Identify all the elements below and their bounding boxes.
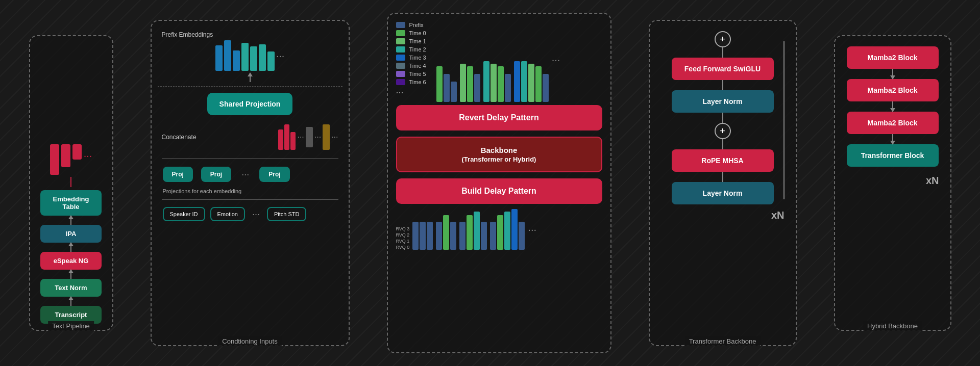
arrow-embedding-ipa	[70, 216, 71, 225]
bypass-line-right	[783, 41, 785, 199]
vbar-g1-2	[444, 74, 450, 102]
legend-time1: Time 1	[396, 38, 426, 44]
prefix-bars: ···	[215, 40, 285, 71]
concat-dots3: ···	[331, 133, 338, 142]
bargroup-top-3	[483, 61, 511, 102]
bargroup-bot-4	[490, 209, 525, 250]
arch-top: Prefix Time 0 Time 1 Time 2 Time 3 Time …	[392, 18, 606, 102]
bargroup-top-2	[460, 64, 480, 102]
vbar-b2-3	[450, 222, 456, 250]
legend-label-time2: Time 2	[409, 46, 426, 53]
proj-box-1: Proj	[163, 167, 193, 182]
proj-box-3: Proj	[259, 167, 289, 182]
legend-color-time4	[396, 63, 405, 69]
vbar-b4-2	[497, 215, 503, 250]
pbar2	[224, 40, 231, 71]
pbar5	[250, 46, 257, 71]
shared-proj-container: Shared Projection	[158, 93, 342, 115]
legend-color-time1	[396, 38, 405, 44]
pbar-dots: ···	[276, 50, 285, 62]
vbar-b4-4	[511, 209, 518, 250]
prefix-embeddings-label: Prefix Embeddings	[162, 31, 213, 38]
vbar-g2-1	[460, 64, 466, 102]
tf-line-3	[722, 113, 723, 123]
legend-label-time1: Time 1	[409, 38, 426, 44]
divider1	[162, 158, 338, 159]
transformer-backbone-panel: + Feed Forward SwiGLU Layer Norm + RoPE …	[649, 20, 797, 346]
legend-label-time3: Time 3	[409, 55, 426, 61]
ipa-box: IPA	[40, 225, 102, 243]
vbar-b3-2	[467, 215, 473, 250]
divider2	[162, 199, 338, 200]
vbar-g4-4	[535, 66, 542, 102]
backbone-box: Backbone(Transformer or Hybrid)	[396, 137, 602, 172]
vbar-g4-5	[543, 74, 549, 102]
red-bar-3	[72, 144, 82, 160]
conditioning-label: Condtioning Inputs	[218, 336, 281, 346]
bargroup-bot-1	[412, 222, 433, 250]
input-row: Speaker ID Emotion ··· Pitch STD	[158, 205, 342, 223]
revert-delay-box: Revert Delay Pattern	[396, 105, 602, 130]
vbar-g2-3	[474, 74, 480, 102]
legend-time6: Time 6	[396, 79, 426, 85]
emotion-input: Emotion	[210, 207, 245, 221]
legend-color-time6	[396, 79, 405, 85]
grey-bar	[306, 127, 313, 147]
tf-line-2	[722, 80, 723, 90]
textnorm-box: Text Norm	[40, 279, 102, 297]
vbar-g3-4	[505, 74, 511, 102]
concat-label: Concatenate	[162, 134, 197, 141]
pitch-std-input: Pitch STD	[267, 207, 307, 221]
vbar-b3-1	[459, 222, 465, 250]
legend-time3: Time 3	[396, 55, 426, 61]
rvq1-label: RVQ 1	[396, 239, 410, 244]
build-delay-box: Build Delay Pattern	[396, 178, 602, 204]
conditioning-panel: Prefix Embeddings ··· Shared Projection …	[151, 20, 350, 346]
mamba-block-2: Mamba2 Block	[847, 79, 939, 101]
vbar-g4-2	[521, 61, 527, 102]
mamba-block-3: Mamba2 Block	[847, 46, 939, 69]
legend-label-time4: Time 4	[409, 63, 426, 69]
legend-time5: Time 5	[396, 71, 426, 77]
hb-arrow-2	[892, 101, 893, 112]
arch-panel: Prefix Time 0 Time 1 Time 2 Time 3 Time …	[387, 13, 611, 353]
proj-dots: ···	[241, 169, 249, 180]
vbar-g1-1	[436, 66, 443, 102]
tf-line-4	[722, 139, 723, 149]
vbar-b4-5	[519, 222, 525, 250]
vbar-g4-3	[528, 64, 534, 102]
plus-top: +	[715, 31, 731, 47]
tf-line-5	[722, 172, 723, 182]
legend-dots: ···	[396, 87, 426, 98]
pbar4	[241, 43, 249, 71]
legend-label-prefix: Prefix	[409, 22, 424, 28]
proj-label: Projections for each embedding	[158, 188, 342, 194]
vbar-b3-4	[481, 222, 487, 250]
vbar-g3-1	[483, 61, 489, 102]
bargroup-bot-dots: ···	[528, 224, 536, 236]
layer-norm-2-box: Layer Norm	[672, 182, 774, 204]
bargroup-top-1	[436, 66, 457, 102]
red-connector	[70, 177, 71, 187]
mini-red-bars	[278, 124, 296, 150]
legend-label-time6: Time 6	[409, 79, 426, 85]
feed-forward-box: Feed Forward SwiGLU	[672, 58, 774, 80]
speaker-id-input: Speaker ID	[163, 207, 205, 221]
transformer-block: Transformer Block	[847, 144, 939, 167]
vbar-g3-2	[491, 64, 497, 102]
pbar1	[215, 45, 223, 71]
arrow-textnorm-transcript	[70, 297, 71, 306]
xn-label-hybrid: xN	[926, 175, 939, 187]
legend-color-time2	[396, 46, 405, 53]
espeak-box: eSpeak NG	[40, 252, 102, 270]
legend-time2: Time 2	[396, 46, 426, 53]
concat-dots1: ···	[297, 133, 304, 142]
vbar-b3-3	[474, 212, 480, 250]
hybrid-backbone-panel: Mamba2 Block Mamba2 Block Mamba2 Block T…	[834, 35, 951, 331]
layer-norm-1-box: Layer Norm	[672, 90, 774, 113]
hb-arrow-1	[892, 69, 893, 79]
mrbar2	[284, 124, 289, 150]
mrbar1	[278, 129, 283, 150]
bargroup-bot-2	[436, 215, 456, 250]
brown-bar	[323, 124, 330, 150]
